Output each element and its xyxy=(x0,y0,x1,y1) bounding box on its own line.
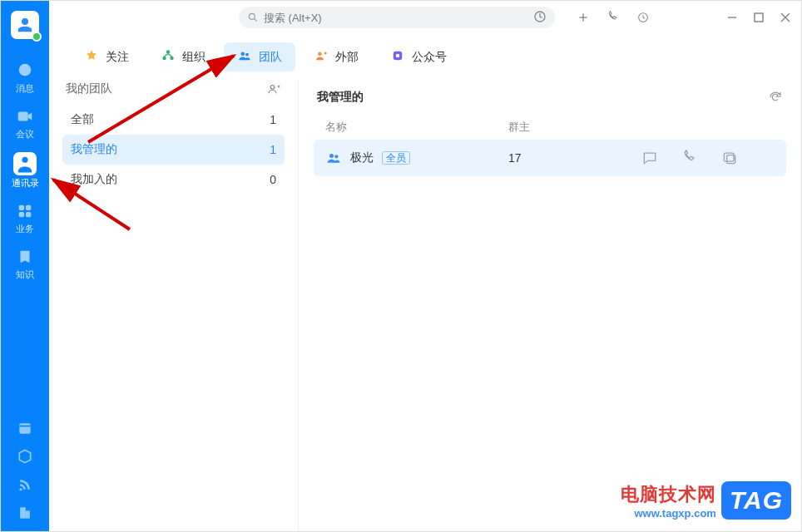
filter-label: 我加入的 xyxy=(71,172,117,187)
svg-point-27 xyxy=(245,53,249,57)
watermark-badge: TAG xyxy=(721,481,791,520)
chat-icon[interactable] xyxy=(641,150,658,166)
svg-point-32 xyxy=(329,154,334,158)
svg-line-25 xyxy=(168,54,172,57)
tab-label: 团队 xyxy=(259,50,282,65)
team-name: 极光 xyxy=(350,150,374,164)
svg-rect-10 xyxy=(26,511,30,519)
filter-joined[interactable]: 我加入的 0 xyxy=(62,165,285,195)
table-header: 名称 群主 xyxy=(314,115,786,140)
tab-label: 外部 xyxy=(335,50,359,65)
tabs: 关注 组织 团队 外部 公众号 xyxy=(49,34,801,80)
external-icon xyxy=(314,48,329,66)
nav-knowledge[interactable]: 知识 xyxy=(1,242,49,288)
nav-label: 知识 xyxy=(16,268,34,281)
star-icon xyxy=(84,48,99,66)
calendar-icon[interactable] xyxy=(17,420,33,436)
table-row[interactable]: 极光 全员 17 xyxy=(314,140,786,176)
svg-rect-18 xyxy=(755,13,763,22)
svg-point-31 xyxy=(270,86,275,90)
tab-external[interactable]: 外部 xyxy=(300,42,372,71)
right-column: 我管理的 名称 群主 极光 全员 17 xyxy=(299,80,801,531)
nav-meeting[interactable]: 会议 xyxy=(1,101,49,147)
topbar xyxy=(49,1,801,34)
clock-icon[interactable] xyxy=(636,11,650,24)
filter-managed[interactable]: 我管理的 1 xyxy=(62,135,285,165)
public-icon xyxy=(390,48,405,66)
svg-point-30 xyxy=(396,54,400,58)
history-icon[interactable] xyxy=(533,10,547,26)
group-icon xyxy=(325,150,342,166)
svg-rect-3 xyxy=(19,205,24,210)
plus-icon[interactable] xyxy=(577,11,590,24)
filter-count: 1 xyxy=(270,143,276,156)
tab-public[interactable]: 公众号 xyxy=(377,42,460,71)
nav-label: 业务 xyxy=(16,223,34,235)
svg-point-26 xyxy=(241,52,245,57)
svg-point-33 xyxy=(334,155,338,158)
rss-icon[interactable] xyxy=(17,476,33,493)
team-owner: 17 xyxy=(508,151,641,165)
watermark: 电脑技术网 www.tagxp.com TAG xyxy=(621,481,791,520)
left-column: 我的团队 全部 1 我管理的 1 我加入的 0 xyxy=(49,80,299,531)
svg-line-12 xyxy=(255,19,257,22)
col-name-label: 名称 xyxy=(325,120,508,135)
filter-count: 1 xyxy=(270,113,276,126)
tab-label: 公众号 xyxy=(412,50,447,65)
tab-follow[interactable]: 关注 xyxy=(71,42,142,71)
svg-point-2 xyxy=(22,157,28,163)
svg-point-28 xyxy=(318,52,322,57)
cube-icon[interactable] xyxy=(17,448,33,465)
svg-rect-9 xyxy=(20,507,26,518)
nav-label: 通讯录 xyxy=(12,177,39,190)
nav-label: 消息 xyxy=(16,82,34,95)
leftcol-title: 我的团队 xyxy=(66,81,112,96)
team-icon xyxy=(237,48,252,66)
nav-label: 会议 xyxy=(16,128,34,140)
building-icon[interactable] xyxy=(17,505,33,521)
status-indicator xyxy=(32,32,42,42)
filter-all[interactable]: 全部 1 xyxy=(62,105,285,135)
minimize-button[interactable] xyxy=(726,12,738,23)
svg-rect-1 xyxy=(18,112,28,121)
section-title: 我管理的 xyxy=(317,90,364,105)
screen-icon[interactable] xyxy=(721,150,738,166)
watermark-url: www.tagxp.com xyxy=(621,507,716,520)
filter-label: 我管理的 xyxy=(71,142,117,157)
svg-point-23 xyxy=(170,57,174,61)
nav-business[interactable]: 业务 xyxy=(1,196,49,242)
close-button[interactable] xyxy=(780,12,791,23)
tab-org[interactable]: 组织 xyxy=(147,42,219,71)
filter-label: 全部 xyxy=(71,112,94,127)
col-owner-label: 群主 xyxy=(508,120,641,135)
tab-label: 关注 xyxy=(106,50,129,65)
svg-point-0 xyxy=(19,64,32,76)
avatar[interactable] xyxy=(11,11,39,39)
call-icon[interactable] xyxy=(681,150,698,166)
svg-rect-6 xyxy=(26,212,31,217)
watermark-title: 电脑技术网 xyxy=(621,482,716,507)
svg-rect-5 xyxy=(19,212,24,217)
svg-point-21 xyxy=(166,50,171,54)
svg-point-22 xyxy=(162,57,166,61)
svg-rect-4 xyxy=(26,205,31,210)
svg-line-24 xyxy=(165,54,169,57)
svg-rect-34 xyxy=(724,153,734,161)
tab-team[interactable]: 团队 xyxy=(224,42,295,71)
tab-label: 组织 xyxy=(182,50,205,65)
search-input[interactable] xyxy=(264,12,528,24)
phone-icon[interactable] xyxy=(606,11,620,24)
search-box[interactable] xyxy=(239,7,555,28)
team-badge: 全员 xyxy=(382,151,410,165)
search-icon xyxy=(247,12,259,23)
svg-point-11 xyxy=(249,13,255,19)
left-rail: 消息 会议 通讯录 业务 知识 xyxy=(1,1,49,531)
maximize-button[interactable] xyxy=(753,12,765,23)
org-icon xyxy=(161,48,176,66)
nav-contacts[interactable]: 通讯录 xyxy=(1,147,49,196)
svg-rect-7 xyxy=(19,423,30,434)
add-person-icon[interactable] xyxy=(266,81,281,96)
nav-messages[interactable]: 消息 xyxy=(1,56,49,101)
refresh-icon[interactable] xyxy=(768,90,783,105)
filter-count: 0 xyxy=(270,173,276,186)
